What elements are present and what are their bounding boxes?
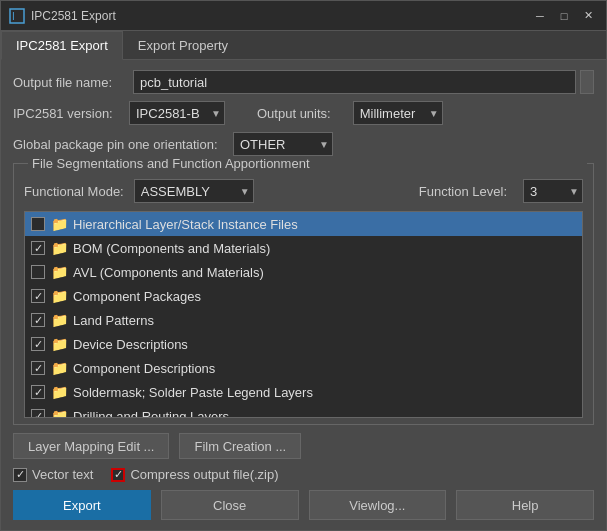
layer-mapping-button[interactable]: Layer Mapping Edit ...: [13, 433, 169, 459]
output-units-select-wrap: Millimeter ▼: [353, 101, 443, 125]
list-item-checkbox-3[interactable]: [31, 289, 45, 303]
checkboxes-row: Vector text Compress output file(.zip): [13, 467, 594, 482]
file-list: 📁 Hierarchical Layer/Stack Instance File…: [24, 211, 583, 418]
output-units-label: Output units:: [257, 106, 331, 121]
compress-checkbox[interactable]: [111, 468, 125, 482]
main-window: I IPC2581 Export ─ □ ✕ IPC2581 Export Ex…: [0, 0, 607, 531]
output-units-select[interactable]: Millimeter: [353, 101, 443, 125]
window-controls: ─ □ ✕: [530, 6, 598, 26]
folder-icon-4: 📁: [51, 313, 67, 327]
orientation-select[interactable]: OTHER: [233, 132, 333, 156]
action-buttons-row: Layer Mapping Edit ... Film Creation ...: [13, 433, 594, 459]
list-item-text-1: BOM (Components and Materials): [73, 241, 270, 256]
tab-export-property[interactable]: Export Property: [123, 31, 243, 59]
list-item[interactable]: 📁 Drilling and Routing Layers: [25, 404, 582, 418]
list-item[interactable]: 📁 Component Descriptions: [25, 356, 582, 380]
help-button[interactable]: Help: [456, 490, 594, 520]
list-item-checkbox-1[interactable]: [31, 241, 45, 255]
folder-icon-2: 📁: [51, 265, 67, 279]
orientation-row: Global package pin one orientation: OTHE…: [13, 132, 594, 156]
orientation-label: Global package pin one orientation:: [13, 137, 233, 152]
ipc-version-select-wrap: IPC2581-B ▼: [129, 101, 225, 125]
list-item-checkbox-5[interactable]: [31, 337, 45, 351]
list-item[interactable]: 📁 Soldermask; Solder Paste Legend Layers: [25, 380, 582, 404]
list-item[interactable]: 📁 BOM (Components and Materials): [25, 236, 582, 260]
browse-button[interactable]: [580, 70, 594, 94]
segmentation-groupbox: File Segmentations and Function Apportio…: [13, 163, 594, 425]
window-icon: I: [9, 8, 25, 24]
list-item[interactable]: 📁 AVL (Components and Materials): [25, 260, 582, 284]
footer-buttons: Export Close Viewlog... Help: [13, 490, 594, 520]
list-scroll-area: 📁 Hierarchical Layer/Stack Instance File…: [24, 211, 583, 418]
functional-mode-row: Functional Mode: ASSEMBLY ▼ Function Lev…: [24, 179, 583, 203]
list-item-checkbox-4[interactable]: [31, 313, 45, 327]
list-item-text-6: Component Descriptions: [73, 361, 215, 376]
functional-mode-select[interactable]: ASSEMBLY: [134, 179, 254, 203]
compress-label: Compress output file(.zip): [130, 467, 278, 482]
list-item-text-0: Hierarchical Layer/Stack Instance Files: [73, 217, 298, 232]
tab-bar: IPC2581 Export Export Property: [1, 31, 606, 60]
list-item-text-3: Component Packages: [73, 289, 201, 304]
export-button[interactable]: Export: [13, 490, 151, 520]
folder-icon-7: 📁: [51, 385, 67, 399]
viewlog-button[interactable]: Viewlog...: [309, 490, 447, 520]
folder-icon-1: 📁: [51, 241, 67, 255]
functional-mode-select-wrap: ASSEMBLY ▼: [134, 179, 254, 203]
list-item-checkbox-8[interactable]: [31, 409, 45, 418]
svg-text:I: I: [12, 11, 15, 22]
folder-icon-8: 📁: [51, 409, 67, 418]
maximize-button[interactable]: □: [554, 6, 574, 26]
output-file-row: Output file name:: [13, 70, 594, 94]
function-level-select[interactable]: 3: [523, 179, 583, 203]
orientation-select-wrap: OTHER ▼: [233, 132, 333, 156]
minimize-button[interactable]: ─: [530, 6, 550, 26]
function-level-label: Function Level:: [419, 184, 507, 199]
list-item-text-7: Soldermask; Solder Paste Legend Layers: [73, 385, 313, 400]
ipc-version-label: IPC2581 version:: [13, 106, 113, 121]
vector-text-checkbox[interactable]: [13, 468, 27, 482]
folder-icon-0: 📁: [51, 217, 67, 231]
vector-text-label: Vector text: [32, 467, 93, 482]
close-button[interactable]: Close: [161, 490, 299, 520]
functional-mode-label: Functional Mode:: [24, 184, 124, 199]
vector-text-check-item[interactable]: Vector text: [13, 467, 93, 482]
list-item-text-2: AVL (Components and Materials): [73, 265, 264, 280]
list-item[interactable]: 📁 Land Patterns: [25, 308, 582, 332]
list-item[interactable]: 📁 Device Descriptions: [25, 332, 582, 356]
folder-icon-6: 📁: [51, 361, 67, 375]
folder-icon-5: 📁: [51, 337, 67, 351]
ipc-version-select[interactable]: IPC2581-B: [129, 101, 225, 125]
list-item-checkbox-0[interactable]: [31, 217, 45, 231]
list-item-checkbox-7[interactable]: [31, 385, 45, 399]
output-file-label: Output file name:: [13, 75, 133, 90]
title-bar: I IPC2581 Export ─ □ ✕: [1, 1, 606, 31]
output-file-input[interactable]: [133, 70, 576, 94]
tab-ipc2581[interactable]: IPC2581 Export: [1, 31, 123, 60]
function-level-select-wrap: 3 ▼: [523, 179, 583, 203]
list-item[interactable]: 📁 Component Packages: [25, 284, 582, 308]
list-item-checkbox-6[interactable]: [31, 361, 45, 375]
compress-check-item[interactable]: Compress output file(.zip): [111, 467, 278, 482]
list-item-text-8: Drilling and Routing Layers: [73, 409, 229, 419]
list-item-checkbox-2[interactable]: [31, 265, 45, 279]
ipc-version-row: IPC2581 version: IPC2581-B ▼ Output unit…: [13, 101, 594, 125]
folder-icon-3: 📁: [51, 289, 67, 303]
film-creation-button[interactable]: Film Creation ...: [179, 433, 301, 459]
window-title: IPC2581 Export: [31, 9, 530, 23]
list-item-text-5: Device Descriptions: [73, 337, 188, 352]
main-content: Output file name: IPC2581 version: IPC25…: [1, 60, 606, 530]
close-button[interactable]: ✕: [578, 6, 598, 26]
list-item-text-4: Land Patterns: [73, 313, 154, 328]
groupbox-title: File Segmentations and Function Apportio…: [28, 156, 587, 171]
list-item[interactable]: 📁 Hierarchical Layer/Stack Instance File…: [25, 212, 582, 236]
